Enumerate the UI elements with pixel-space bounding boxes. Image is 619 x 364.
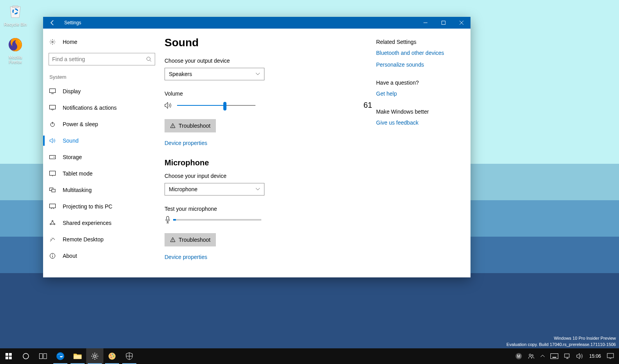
nav-remote[interactable]: Remote Desktop (43, 231, 161, 248)
search-icon (146, 56, 152, 62)
desktop-icon-firefox[interactable]: Mozilla Firefox (2, 35, 29, 64)
svg-point-33 (23, 353, 29, 359)
question-heading: Have a question? (376, 80, 471, 86)
search-box[interactable] (49, 53, 155, 65)
svg-rect-26 (167, 216, 169, 220)
troubleshoot-input-button[interactable]: Troubleshoot (165, 233, 216, 246)
device-properties-input-link[interactable]: Device properties (165, 254, 207, 260)
speaker-icon[interactable] (165, 102, 172, 109)
tray-people[interactable] (525, 348, 538, 364)
svg-rect-16 (52, 189, 55, 192)
svg-point-19 (50, 224, 51, 225)
nav-about[interactable]: About (43, 248, 161, 264)
nav-sound[interactable]: Sound (43, 132, 161, 149)
tray-volume[interactable] (574, 348, 586, 364)
svg-point-14 (52, 176, 53, 176)
svg-point-4 (147, 57, 150, 61)
troubleshoot-output-button[interactable]: Troubleshoot (165, 119, 216, 132)
nav-storage[interactable]: Storage (43, 149, 161, 165)
taskbar-settings[interactable] (86, 348, 103, 364)
firefox-icon (6, 35, 25, 54)
cortana-button[interactable] (17, 348, 34, 364)
maximize-button[interactable] (434, 17, 452, 29)
tray-keyboard[interactable] (548, 348, 561, 364)
chevron-down-icon (255, 72, 260, 76)
svg-rect-2 (442, 21, 445, 25)
taskbar-paint[interactable] (103, 348, 121, 364)
input-device-dropdown[interactable]: Microphone (165, 183, 264, 196)
svg-rect-56 (565, 354, 569, 357)
svg-rect-17 (50, 204, 56, 208)
svg-point-40 (110, 355, 111, 356)
notification-icon (49, 105, 56, 110)
nav-projecting[interactable]: Projecting to this PC (43, 198, 161, 215)
svg-rect-29 (5, 353, 8, 356)
svg-rect-35 (43, 354, 47, 359)
volume-slider[interactable] (177, 105, 255, 106)
nav-display[interactable]: Display (43, 83, 161, 100)
category-heading: System (43, 71, 161, 83)
svg-rect-31 (5, 357, 8, 359)
svg-line-5 (150, 60, 152, 62)
recycle-bin-icon (6, 2, 25, 21)
svg-point-23 (52, 254, 53, 255)
taskbar-defender[interactable] (121, 348, 138, 364)
shared-icon (49, 220, 56, 226)
content-area: Sound Choose your output device Speakers… (165, 36, 372, 270)
nav-notifications[interactable]: Notifications & actions (43, 100, 161, 116)
desktop-icon-label: Mozilla Firefox (9, 55, 22, 64)
search-input[interactable] (52, 56, 146, 62)
svg-rect-8 (50, 105, 56, 109)
tray-user[interactable]: M (512, 348, 525, 364)
svg-point-42 (113, 356, 114, 357)
nav-power[interactable]: Power & sleep (43, 116, 161, 132)
home-button[interactable]: Home (43, 34, 161, 50)
close-button[interactable] (452, 17, 471, 29)
storage-icon (49, 155, 56, 159)
remote-icon (49, 237, 56, 242)
mic-level-bar (173, 219, 261, 221)
taskbar-explorer[interactable] (69, 348, 86, 364)
nav-multitasking[interactable]: Multitasking (43, 182, 161, 198)
svg-point-49 (532, 355, 533, 356)
better-heading: Make Windows better (376, 109, 471, 115)
personalize-sounds-link[interactable]: Personalize sounds (376, 62, 471, 68)
home-label: Home (63, 39, 77, 45)
get-help-link[interactable]: Get help (376, 91, 471, 97)
svg-point-25 (172, 127, 173, 127)
tray-action-center[interactable] (604, 348, 617, 364)
taskbar-edge[interactable] (52, 348, 69, 364)
svg-rect-11 (50, 156, 56, 159)
device-properties-output-link[interactable]: Device properties (165, 140, 207, 146)
taskbar: M 15:06 (0, 348, 619, 364)
desktop-icon-label: Recycle Bin (4, 22, 27, 27)
test-mic-label: Test your microphone (165, 206, 372, 212)
warning-icon (170, 237, 176, 243)
slider-thumb[interactable] (223, 102, 226, 110)
svg-text:M: M (517, 354, 520, 359)
nav-shared[interactable]: Shared experiences (43, 215, 161, 231)
back-button[interactable] (43, 17, 62, 29)
feedback-link[interactable]: Give us feedback (376, 120, 471, 126)
nav-tablet[interactable]: Tablet mode (43, 165, 161, 182)
desktop-icon-recycle-bin[interactable]: Recycle Bin (2, 2, 29, 27)
svg-rect-6 (50, 89, 56, 93)
output-device-dropdown[interactable]: Speakers (165, 68, 264, 80)
svg-point-18 (52, 221, 53, 222)
projecting-icon (49, 204, 56, 209)
svg-point-3 (52, 41, 53, 43)
tray-chevron[interactable] (538, 348, 548, 364)
page-heading: Sound (165, 36, 372, 49)
power-icon (49, 121, 56, 127)
task-view-button[interactable] (34, 348, 52, 364)
svg-point-12 (54, 157, 54, 158)
titlebar: Settings (43, 17, 471, 29)
bluetooth-link[interactable]: Bluetooth and other devices (376, 50, 471, 56)
tray-clock[interactable]: 15:06 (586, 348, 604, 364)
start-button[interactable] (0, 348, 17, 364)
tray-network[interactable] (561, 348, 574, 364)
show-desktop[interactable] (617, 348, 619, 364)
volume-value: 61 (357, 101, 372, 110)
svg-rect-30 (9, 353, 12, 356)
minimize-button[interactable] (416, 17, 434, 29)
